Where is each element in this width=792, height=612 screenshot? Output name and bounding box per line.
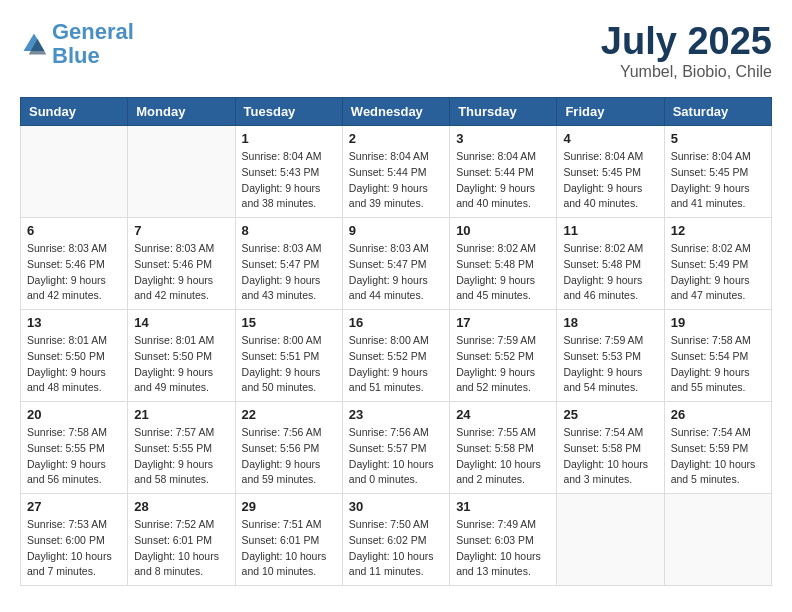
day-info: Sunrise: 7:50 AMSunset: 6:02 PMDaylight:…	[349, 517, 443, 580]
day-number: 13	[27, 315, 121, 330]
calendar-table: SundayMondayTuesdayWednesdayThursdayFrid…	[20, 97, 772, 586]
calendar-cell: 12Sunrise: 8:02 AMSunset: 5:49 PMDayligh…	[664, 218, 771, 310]
day-number: 5	[671, 131, 765, 146]
week-row-3: 13Sunrise: 8:01 AMSunset: 5:50 PMDayligh…	[21, 310, 772, 402]
day-info: Sunrise: 8:04 AMSunset: 5:43 PMDaylight:…	[242, 149, 336, 212]
month-title: July 2025	[601, 20, 772, 63]
day-info: Sunrise: 7:54 AMSunset: 5:58 PMDaylight:…	[563, 425, 657, 488]
header-day-wednesday: Wednesday	[342, 98, 449, 126]
day-info: Sunrise: 8:04 AMSunset: 5:44 PMDaylight:…	[349, 149, 443, 212]
day-info: Sunrise: 8:01 AMSunset: 5:50 PMDaylight:…	[27, 333, 121, 396]
header-day-saturday: Saturday	[664, 98, 771, 126]
day-number: 18	[563, 315, 657, 330]
day-number: 31	[456, 499, 550, 514]
calendar-cell	[21, 126, 128, 218]
day-number: 24	[456, 407, 550, 422]
day-number: 19	[671, 315, 765, 330]
location-subtitle: Yumbel, Biobio, Chile	[601, 63, 772, 81]
logo: General Blue	[20, 20, 134, 68]
day-info: Sunrise: 8:02 AMSunset: 5:49 PMDaylight:…	[671, 241, 765, 304]
day-number: 17	[456, 315, 550, 330]
day-number: 1	[242, 131, 336, 146]
day-info: Sunrise: 8:04 AMSunset: 5:45 PMDaylight:…	[671, 149, 765, 212]
logo-icon	[20, 30, 48, 58]
calendar-cell: 29Sunrise: 7:51 AMSunset: 6:01 PMDayligh…	[235, 494, 342, 586]
day-info: Sunrise: 7:54 AMSunset: 5:59 PMDaylight:…	[671, 425, 765, 488]
day-number: 4	[563, 131, 657, 146]
day-info: Sunrise: 8:02 AMSunset: 5:48 PMDaylight:…	[456, 241, 550, 304]
header-row: SundayMondayTuesdayWednesdayThursdayFrid…	[21, 98, 772, 126]
day-number: 20	[27, 407, 121, 422]
calendar-cell: 19Sunrise: 7:58 AMSunset: 5:54 PMDayligh…	[664, 310, 771, 402]
day-number: 7	[134, 223, 228, 238]
day-info: Sunrise: 8:03 AMSunset: 5:46 PMDaylight:…	[27, 241, 121, 304]
day-number: 14	[134, 315, 228, 330]
day-info: Sunrise: 8:03 AMSunset: 5:46 PMDaylight:…	[134, 241, 228, 304]
calendar-cell: 26Sunrise: 7:54 AMSunset: 5:59 PMDayligh…	[664, 402, 771, 494]
day-info: Sunrise: 8:00 AMSunset: 5:51 PMDaylight:…	[242, 333, 336, 396]
day-info: Sunrise: 8:00 AMSunset: 5:52 PMDaylight:…	[349, 333, 443, 396]
calendar-cell: 23Sunrise: 7:56 AMSunset: 5:57 PMDayligh…	[342, 402, 449, 494]
calendar-cell: 16Sunrise: 8:00 AMSunset: 5:52 PMDayligh…	[342, 310, 449, 402]
day-info: Sunrise: 7:56 AMSunset: 5:56 PMDaylight:…	[242, 425, 336, 488]
calendar-header: SundayMondayTuesdayWednesdayThursdayFrid…	[21, 98, 772, 126]
header-day-friday: Friday	[557, 98, 664, 126]
day-info: Sunrise: 7:49 AMSunset: 6:03 PMDaylight:…	[456, 517, 550, 580]
calendar-cell: 14Sunrise: 8:01 AMSunset: 5:50 PMDayligh…	[128, 310, 235, 402]
day-number: 21	[134, 407, 228, 422]
week-row-2: 6Sunrise: 8:03 AMSunset: 5:46 PMDaylight…	[21, 218, 772, 310]
day-number: 25	[563, 407, 657, 422]
day-info: Sunrise: 7:52 AMSunset: 6:01 PMDaylight:…	[134, 517, 228, 580]
day-number: 10	[456, 223, 550, 238]
day-info: Sunrise: 7:53 AMSunset: 6:00 PMDaylight:…	[27, 517, 121, 580]
day-info: Sunrise: 7:58 AMSunset: 5:55 PMDaylight:…	[27, 425, 121, 488]
calendar-cell	[128, 126, 235, 218]
calendar-cell: 4Sunrise: 8:04 AMSunset: 5:45 PMDaylight…	[557, 126, 664, 218]
week-row-4: 20Sunrise: 7:58 AMSunset: 5:55 PMDayligh…	[21, 402, 772, 494]
calendar-body: 1Sunrise: 8:04 AMSunset: 5:43 PMDaylight…	[21, 126, 772, 586]
calendar-cell: 15Sunrise: 8:00 AMSunset: 5:51 PMDayligh…	[235, 310, 342, 402]
calendar-cell: 7Sunrise: 8:03 AMSunset: 5:46 PMDaylight…	[128, 218, 235, 310]
calendar-cell: 2Sunrise: 8:04 AMSunset: 5:44 PMDaylight…	[342, 126, 449, 218]
day-info: Sunrise: 7:56 AMSunset: 5:57 PMDaylight:…	[349, 425, 443, 488]
calendar-cell: 10Sunrise: 8:02 AMSunset: 5:48 PMDayligh…	[450, 218, 557, 310]
calendar-cell: 3Sunrise: 8:04 AMSunset: 5:44 PMDaylight…	[450, 126, 557, 218]
logo-text: General Blue	[52, 20, 134, 68]
title-block: July 2025 Yumbel, Biobio, Chile	[601, 20, 772, 81]
header-day-tuesday: Tuesday	[235, 98, 342, 126]
calendar-cell: 11Sunrise: 8:02 AMSunset: 5:48 PMDayligh…	[557, 218, 664, 310]
calendar-cell: 8Sunrise: 8:03 AMSunset: 5:47 PMDaylight…	[235, 218, 342, 310]
calendar-cell: 20Sunrise: 7:58 AMSunset: 5:55 PMDayligh…	[21, 402, 128, 494]
day-info: Sunrise: 7:57 AMSunset: 5:55 PMDaylight:…	[134, 425, 228, 488]
calendar-cell: 6Sunrise: 8:03 AMSunset: 5:46 PMDaylight…	[21, 218, 128, 310]
calendar-cell: 22Sunrise: 7:56 AMSunset: 5:56 PMDayligh…	[235, 402, 342, 494]
day-number: 8	[242, 223, 336, 238]
calendar-cell: 5Sunrise: 8:04 AMSunset: 5:45 PMDaylight…	[664, 126, 771, 218]
day-number: 29	[242, 499, 336, 514]
calendar-cell: 28Sunrise: 7:52 AMSunset: 6:01 PMDayligh…	[128, 494, 235, 586]
calendar-cell: 25Sunrise: 7:54 AMSunset: 5:58 PMDayligh…	[557, 402, 664, 494]
header-day-thursday: Thursday	[450, 98, 557, 126]
day-number: 26	[671, 407, 765, 422]
calendar-cell: 1Sunrise: 8:04 AMSunset: 5:43 PMDaylight…	[235, 126, 342, 218]
day-number: 23	[349, 407, 443, 422]
day-number: 28	[134, 499, 228, 514]
calendar-cell	[557, 494, 664, 586]
week-row-1: 1Sunrise: 8:04 AMSunset: 5:43 PMDaylight…	[21, 126, 772, 218]
calendar-cell: 24Sunrise: 7:55 AMSunset: 5:58 PMDayligh…	[450, 402, 557, 494]
day-number: 2	[349, 131, 443, 146]
day-info: Sunrise: 7:51 AMSunset: 6:01 PMDaylight:…	[242, 517, 336, 580]
day-number: 22	[242, 407, 336, 422]
header-day-monday: Monday	[128, 98, 235, 126]
calendar-cell: 27Sunrise: 7:53 AMSunset: 6:00 PMDayligh…	[21, 494, 128, 586]
week-row-5: 27Sunrise: 7:53 AMSunset: 6:00 PMDayligh…	[21, 494, 772, 586]
day-info: Sunrise: 7:59 AMSunset: 5:52 PMDaylight:…	[456, 333, 550, 396]
day-info: Sunrise: 8:03 AMSunset: 5:47 PMDaylight:…	[242, 241, 336, 304]
day-number: 30	[349, 499, 443, 514]
calendar-cell	[664, 494, 771, 586]
calendar-cell: 21Sunrise: 7:57 AMSunset: 5:55 PMDayligh…	[128, 402, 235, 494]
calendar-cell: 13Sunrise: 8:01 AMSunset: 5:50 PMDayligh…	[21, 310, 128, 402]
day-info: Sunrise: 7:58 AMSunset: 5:54 PMDaylight:…	[671, 333, 765, 396]
day-number: 15	[242, 315, 336, 330]
calendar-cell: 17Sunrise: 7:59 AMSunset: 5:52 PMDayligh…	[450, 310, 557, 402]
